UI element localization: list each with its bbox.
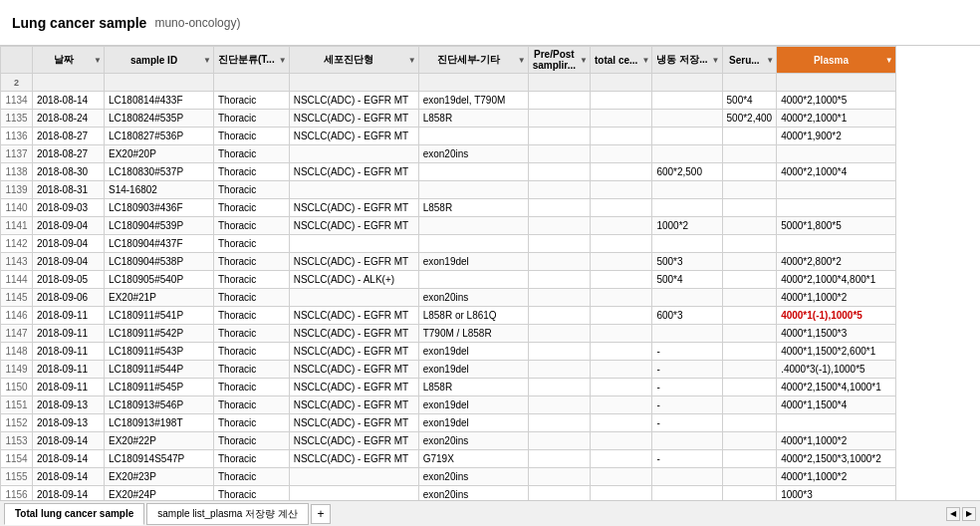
col-header-storage[interactable]: 냉동 저장...▼ <box>652 47 722 74</box>
row-number[interactable]: 1155 <box>1 468 33 486</box>
cell-plasma[interactable] <box>777 145 896 163</box>
cell-diag-detail[interactable]: exon19del <box>418 343 528 361</box>
cell-serum[interactable] <box>722 379 777 396</box>
cell-serum[interactable] <box>722 307 777 325</box>
cell-total-ce[interactable] <box>591 486 652 501</box>
cell-serum[interactable] <box>722 486 777 501</box>
cell-date[interactable]: 2018-09-13 <box>33 396 105 414</box>
cell-diag-detail[interactable]: exon19del <box>418 361 528 379</box>
cell-date[interactable]: 2018-08-14 <box>33 92 105 110</box>
cell-diag-class[interactable]: Thoracic <box>214 450 290 468</box>
cell-total-ce[interactable] <box>591 396 652 414</box>
cell-date[interactable]: 2018-09-11 <box>33 379 105 396</box>
cell-sample-id[interactable]: LC180904#539P <box>105 217 214 235</box>
cell-diag-class[interactable]: Thoracic <box>214 92 290 110</box>
cell-serum[interactable] <box>722 145 777 163</box>
cell-cell-type[interactable] <box>289 468 418 486</box>
cell-plasma[interactable]: 4000*1,900*2 <box>777 128 896 145</box>
cell-cell-type[interactable]: NSCLC(ADC) - EGFR MT <box>289 414 418 432</box>
col-header-prepost[interactable]: Pre/Postsamplir...▼ <box>528 47 590 74</box>
cell-diag-detail[interactable]: exon19del <box>418 414 528 432</box>
cell-sample-id[interactable]: S14-16802 <box>105 181 214 199</box>
cell-diag-detail[interactable]: L858R <box>418 110 528 128</box>
cell-diag-class[interactable]: Thoracic <box>214 271 290 289</box>
cell-storage[interactable]: - <box>652 379 722 396</box>
cell-diag-detail[interactable] <box>418 235 528 253</box>
cell-diag-detail[interactable]: L858R or L861Q <box>418 307 528 325</box>
cell-serum[interactable]: 500*2,400 <box>722 110 777 128</box>
cell-total-ce[interactable] <box>591 110 652 128</box>
row-number[interactable]: 1156 <box>1 486 33 501</box>
cell-cell-type[interactable] <box>289 235 418 253</box>
scroll-left-button[interactable]: ◀ <box>946 507 960 521</box>
cell-sample-id[interactable]: LC180914S547P <box>105 450 214 468</box>
cell-cell-type[interactable] <box>289 181 418 199</box>
filter-icon-date[interactable]: ▼ <box>94 56 102 65</box>
cell-pre-post[interactable] <box>528 468 590 486</box>
cell-date[interactable]: 2018-09-04 <box>33 253 105 271</box>
col-header-serum[interactable]: Seru...▼ <box>722 47 777 74</box>
row-number[interactable]: 1154 <box>1 450 33 468</box>
cell-cell-type[interactable]: NSCLC(ADC) - EGFR MT <box>289 343 418 361</box>
filter-icon-storage[interactable]: ▼ <box>712 56 720 65</box>
cell-date[interactable]: 2018-09-14 <box>33 468 105 486</box>
cell-sample-id[interactable]: LC180911#541P <box>105 307 214 325</box>
cell-pre-post[interactable] <box>528 92 590 110</box>
cell-pre-post[interactable] <box>528 414 590 432</box>
cell-storage[interactable]: - <box>652 450 722 468</box>
cell-sample-id[interactable]: LC180824#535P <box>105 110 214 128</box>
cell-date[interactable]: 2018-09-14 <box>33 432 105 450</box>
cell-plasma[interactable]: .4000*3(-1),1000*5 <box>777 361 896 379</box>
cell-cell-type[interactable]: NSCLC(ADC) - EGFR MT <box>289 128 418 145</box>
cell-plasma[interactable]: 4000*1,1500*3 <box>777 325 896 343</box>
cell-date[interactable]: 2018-09-14 <box>33 450 105 468</box>
col-header-plasma[interactable]: Plasma▼ <box>777 47 896 74</box>
col-header-totalce[interactable]: total ce...▼ <box>591 47 652 74</box>
cell-diag-class[interactable]: Thoracic <box>214 432 290 450</box>
cell-cell-type[interactable]: NSCLC(ADC) - EGFR MT <box>289 110 418 128</box>
cell-diag-class[interactable]: Thoracic <box>214 163 290 181</box>
cell-date[interactable]: 2018-09-11 <box>33 361 105 379</box>
cell-sample-id[interactable]: LC180904#437F <box>105 235 214 253</box>
cell-storage[interactable] <box>652 432 722 450</box>
cell-total-ce[interactable] <box>591 361 652 379</box>
row-number[interactable]: 1141 <box>1 217 33 235</box>
cell-diag-detail[interactable]: exon20ins <box>418 145 528 163</box>
col-header-diagdetail[interactable]: 진단세부-기타▼ <box>418 47 528 74</box>
cell-diag-class[interactable]: Thoracic <box>214 343 290 361</box>
cell-diag-class[interactable]: Thoracic <box>214 486 290 501</box>
row-number[interactable]: 1148 <box>1 343 33 361</box>
cell-total-ce[interactable] <box>591 468 652 486</box>
tab-total-lung[interactable]: Total lung cancer sample <box>4 503 144 525</box>
cell-cell-type[interactable] <box>289 289 418 307</box>
cell-storage[interactable] <box>652 486 722 501</box>
cell-total-ce[interactable] <box>591 181 652 199</box>
cell-plasma[interactable]: 4000*2,1000*5 <box>777 92 896 110</box>
row-number[interactable]: 1142 <box>1 235 33 253</box>
cell-cell-type[interactable] <box>289 486 418 501</box>
cell-diag-class[interactable]: Thoracic <box>214 217 290 235</box>
cell-pre-post[interactable] <box>528 361 590 379</box>
cell-diag-detail[interactable]: exon20ins <box>418 289 528 307</box>
cell-total-ce[interactable] <box>591 450 652 468</box>
cell-cell-type[interactable] <box>289 145 418 163</box>
col-header-sample[interactable]: sample ID ▼ <box>105 47 214 74</box>
cell-total-ce[interactable] <box>591 253 652 271</box>
row-number[interactable]: 1134 <box>1 92 33 110</box>
cell-pre-post[interactable] <box>528 163 590 181</box>
cell-date[interactable]: 2018-08-27 <box>33 145 105 163</box>
row-number[interactable]: 1147 <box>1 325 33 343</box>
col-header-date[interactable]: 날짜 ▼ <box>33 47 105 74</box>
cell-cell-type[interactable]: NSCLC(ADC) - EGFR MT <box>289 450 418 468</box>
cell-storage[interactable]: 500*3 <box>652 253 722 271</box>
cell-diag-class[interactable]: Thoracic <box>214 110 290 128</box>
cell-sample-id[interactable]: LC180814#433F <box>105 92 214 110</box>
cell-total-ce[interactable] <box>591 128 652 145</box>
cell-pre-post[interactable] <box>528 343 590 361</box>
cell-plasma[interactable]: 4000*2,800*2 <box>777 253 896 271</box>
cell-date[interactable]: 2018-09-04 <box>33 217 105 235</box>
cell-total-ce[interactable] <box>591 199 652 217</box>
cell-pre-post[interactable] <box>528 199 590 217</box>
row-number[interactable]: 1145 <box>1 289 33 307</box>
cell-pre-post[interactable] <box>528 181 590 199</box>
